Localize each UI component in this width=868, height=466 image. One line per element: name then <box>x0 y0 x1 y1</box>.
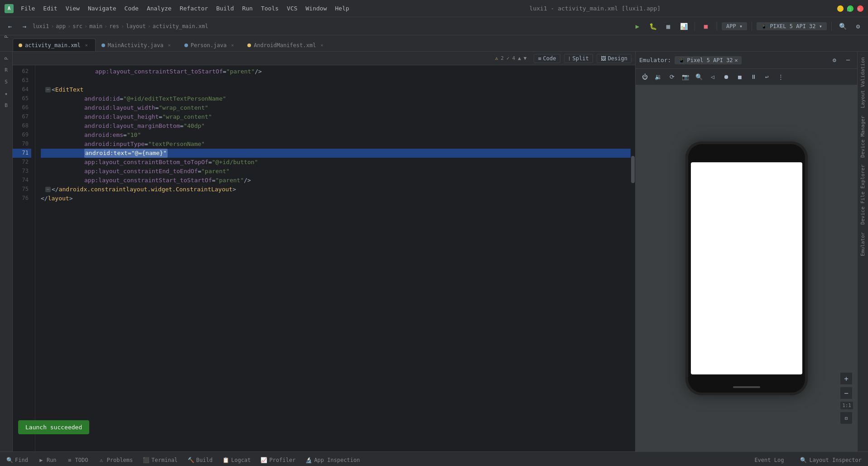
debug-button[interactable]: 🐛 <box>646 20 659 33</box>
breadcrumb-file[interactable]: activity_main.xml <box>153 23 208 29</box>
menu-build[interactable]: Build <box>212 4 237 13</box>
line-72: 72 <box>13 158 31 167</box>
breadcrumb-res[interactable]: res <box>109 23 119 29</box>
screenshot-button[interactable]: 📷 <box>680 72 691 83</box>
zoom-in-button[interactable]: + <box>840 372 853 385</box>
vtab-device-manager[interactable]: Device Manager <box>858 112 868 161</box>
recents-nav-button[interactable]: ■ <box>734 72 745 83</box>
vertical-scrollbar[interactable] <box>631 65 635 451</box>
minimize-button[interactable]: ─ <box>837 5 844 12</box>
vtab-device-file-explorer[interactable]: Device File Explorer <box>858 161 868 228</box>
tab-activity-main-close[interactable]: ✕ <box>83 42 90 49</box>
bottom-tab-find[interactable]: 🔍 Find <box>2 454 33 466</box>
emulator-settings-button[interactable]: ⚙ <box>829 55 840 66</box>
menu-run[interactable]: Run <box>238 4 256 13</box>
fold-icon-75[interactable]: ─ <box>45 187 51 192</box>
menu-window[interactable]: Window <box>302 4 331 13</box>
sidebar-project[interactable]: P <box>2 35 11 38</box>
phone-screen[interactable] <box>691 162 802 374</box>
menu-navigate[interactable]: Navigate <box>84 4 120 13</box>
emulator-device-selector[interactable]: 📱 Pixel 5 API 32 ✕ <box>675 56 741 64</box>
menu-help[interactable]: Help <box>332 4 353 13</box>
fold-icon-64[interactable]: ─ <box>45 87 51 92</box>
tab-person-label: Person.java <box>191 42 227 49</box>
layout-inspector-icon: 🔍 <box>800 457 807 463</box>
bottom-tab-logcat[interactable]: 📋 Logcat <box>218 454 255 466</box>
menu-vcs[interactable]: VCS <box>283 4 301 13</box>
settings-button[interactable]: ⚙ <box>852 20 864 33</box>
menu-analyze[interactable]: Analyze <box>143 4 175 13</box>
tab-mainactivity-close[interactable]: ✕ <box>166 42 173 49</box>
tab-manifest-close[interactable]: ✕ <box>318 42 325 49</box>
bottom-tab-todo[interactable]: ≡ TODO <box>62 454 93 466</box>
maximize-button[interactable]: □ <box>847 5 854 12</box>
app-selector[interactable]: APP ▾ <box>722 22 747 30</box>
device-selector[interactable]: 📱 PIXEL 5 API 32 ▾ <box>757 22 827 30</box>
forward-button[interactable]: → <box>18 20 31 33</box>
volume-down-button[interactable]: 🔉 <box>653 72 664 83</box>
emulator-minimize-button[interactable]: ─ <box>843 55 854 66</box>
zoom-out-button[interactable]: − <box>840 387 853 399</box>
device-close-icon[interactable]: ✕ <box>735 57 738 63</box>
run-button[interactable]: ▶ <box>631 20 644 33</box>
zoom-button[interactable]: 🔍 <box>694 72 704 83</box>
expand-icon[interactable]: ▼ <box>524 55 527 61</box>
vtab-emulator[interactable]: Emulator <box>858 228 868 260</box>
bottom-tab-terminal[interactable]: ⬛ Terminal <box>138 454 182 466</box>
more-button[interactable]: ⋮ <box>775 72 786 83</box>
split-view-button[interactable]: ⫶ Split <box>564 54 593 63</box>
menu-refactor[interactable]: Refactor <box>176 4 212 13</box>
back-nav-button[interactable]: ◁ <box>707 72 718 83</box>
menu-view[interactable]: View <box>62 4 83 13</box>
code-content[interactable]: app:layout_constraintStart_toStartOf="pa… <box>35 65 631 451</box>
undo-button[interactable]: ↩ <box>762 72 772 83</box>
zoom-fit-button[interactable]: ⊡ <box>840 412 853 424</box>
profile-button[interactable]: 📊 <box>677 20 690 33</box>
power-button[interactable]: ⏻ <box>639 72 650 83</box>
sidebar-favorites-icon[interactable]: ★ <box>1 88 12 99</box>
tab-activity-main[interactable]: activity_main.xml ✕ <box>13 39 96 51</box>
tab-java-icon <box>101 44 105 47</box>
sidebar-project-icon[interactable]: P <box>1 53 12 63</box>
code-view-button[interactable]: ≡ Code <box>534 54 560 63</box>
layout-inspector-tab[interactable]: 🔍 Layout Inspector <box>796 454 866 466</box>
bottom-tab-problems[interactable]: ⚠ Problems <box>94 454 138 466</box>
app-icon: A <box>5 4 14 13</box>
vtab-layout-validation[interactable]: Layout Validation <box>858 53 868 112</box>
breadcrumb-app[interactable]: app <box>56 23 66 29</box>
collapse-icon[interactable]: ▲ <box>518 55 521 61</box>
bottom-tab-build[interactable]: 🔨 Build <box>183 454 217 466</box>
menu-file[interactable]: File <box>17 4 39 13</box>
menu-tools[interactable]: Tools <box>257 4 282 13</box>
record-button[interactable]: ⏸ <box>748 72 759 83</box>
code-editor[interactable]: 62 63 64 65 66 67 68 69 70 71 72 73 74 7… <box>13 65 635 451</box>
sidebar-structure-icon[interactable]: S <box>1 76 12 87</box>
design-view-button[interactable]: 🖼 Design <box>597 54 632 63</box>
breadcrumb-main[interactable]: main <box>89 23 102 29</box>
tab-person[interactable]: Person.java ✕ <box>178 39 241 51</box>
bottom-tab-app-inspection[interactable]: 🔬 App Inspection <box>301 454 364 466</box>
sidebar-build-variants-icon[interactable]: B <box>1 100 12 111</box>
event-log-tab[interactable]: Event Log <box>750 454 788 466</box>
search-button[interactable]: 🔍 <box>836 20 849 33</box>
close-button[interactable]: ✕ <box>857 5 863 12</box>
breadcrumb-layout[interactable]: layout <box>126 23 145 29</box>
bottom-tab-run[interactable]: ▶ Run <box>34 454 61 466</box>
breadcrumb-src[interactable]: src <box>72 23 82 29</box>
bottom-tab-profiler[interactable]: 📈 Profiler <box>256 454 300 466</box>
todo-icon: ≡ <box>67 457 73 463</box>
scrollbar-thumb[interactable] <box>631 156 635 183</box>
home-nav-button[interactable]: ⏺ <box>721 72 732 83</box>
menu-edit[interactable]: Edit <box>39 4 61 13</box>
tab-mainactivity[interactable]: MainActivity.java ✕ <box>96 39 178 51</box>
emulator-screen: + − 1:1 ⊡ <box>636 85 857 451</box>
menu-code[interactable]: Code <box>121 4 142 13</box>
back-button[interactable]: ← <box>4 20 16 33</box>
rotate-button[interactable]: ⟳ <box>666 72 677 83</box>
tab-person-close[interactable]: ✕ <box>229 42 236 49</box>
sidebar-resource-icon[interactable]: R <box>1 64 12 75</box>
stop-button[interactable]: ■ <box>699 20 712 33</box>
breadcrumb-luxi1[interactable]: luxi1 <box>33 23 49 29</box>
tab-manifest[interactable]: AndroidManifest.xml ✕ <box>241 39 331 51</box>
coverage-button[interactable]: ▦ <box>662 20 675 33</box>
